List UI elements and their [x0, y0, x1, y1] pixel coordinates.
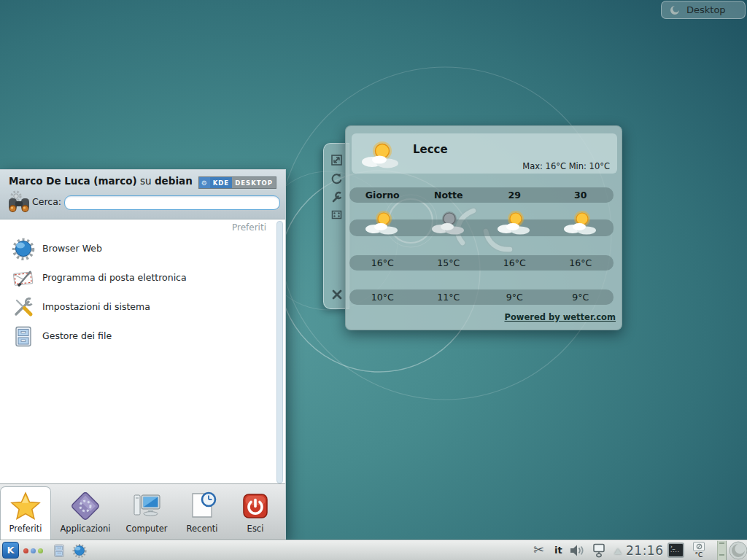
tab-label: Esci — [232, 524, 279, 534]
menu-item-label: Browser Web — [42, 234, 102, 263]
expand-tray-icon[interactable] — [614, 548, 622, 554]
badge-desktop-label: DESKTOP — [232, 177, 276, 188]
taskbar-panel: K ✂ it 21:16 ›_···· — [0, 540, 747, 560]
red-dot-icon[interactable] — [23, 548, 28, 553]
tab-computer[interactable]: Computer — [119, 487, 174, 541]
weather-column-headers: Giorno Notte 29 30 — [349, 187, 614, 203]
desktop-toolbox-label: Desktop — [686, 4, 726, 15]
user-separator: su — [137, 175, 155, 187]
weather-credit-link[interactable]: Powered by wetter.com — [504, 312, 616, 322]
tab-label: Computer — [119, 524, 174, 534]
tab-esci[interactable]: Esci — [232, 487, 279, 541]
desktop: Desktop — [0, 0, 747, 560]
menu-item-file-manager[interactable]: Gestore dei file — [0, 322, 276, 351]
menu-item-system-settings[interactable]: Impostazioni di sistema — [0, 292, 276, 322]
rotate-icon[interactable] — [330, 173, 343, 185]
weather-unit-icon — [693, 542, 705, 551]
green-dot-icon[interactable] — [38, 548, 43, 553]
weather-icon-moon-cloud — [431, 209, 466, 236]
kde-desktop-badge: ⚙ KDE DESKTOP — [198, 176, 276, 189]
night-temp: 9°C — [481, 292, 548, 303]
applications-diamond-icon — [69, 490, 101, 522]
keyboard-layout-indicator[interactable]: it — [554, 545, 562, 556]
web-browser-launcher-icon[interactable] — [72, 543, 87, 558]
weather-location: Lecce — [413, 143, 448, 156]
menu-item-label: Gestore dei file — [42, 322, 112, 351]
weather-icon-sun-cloud — [563, 209, 598, 236]
configure-wrench-icon[interactable] — [330, 191, 343, 203]
tab-label: Preferiti — [1, 524, 50, 534]
weather-header-panel: Lecce Max: 16°C Min: 10°C — [352, 133, 617, 174]
close-icon[interactable] — [330, 288, 344, 301]
weather-day-temps: 16°C 15°C 16°C 16°C — [349, 255, 614, 271]
kickoff-menu: Marco De Luca (marco) su debian ⚙ KDE DE… — [0, 169, 286, 540]
kickoff-user-title: Marco De Luca (marco) su debian — [9, 175, 193, 187]
terminal-tray-icon[interactable]: ›_···· — [667, 542, 684, 558]
sun-cloud-icon — [360, 139, 401, 170]
host-name: debian — [155, 175, 193, 187]
weather-icon-sun-cloud — [497, 209, 532, 236]
klipper-scissors-icon[interactable]: ✂ — [533, 542, 544, 557]
weather-col-label: 30 — [548, 190, 614, 201]
day-temp: 16°C — [349, 257, 416, 268]
night-temp: 9°C — [548, 292, 614, 303]
file-manager-launcher-icon[interactable] — [52, 543, 66, 558]
tab-applicazioni[interactable]: Applicazioni — [54, 487, 117, 541]
day-temp: 15°C — [416, 257, 482, 268]
search-input[interactable] — [64, 195, 280, 210]
blue-dot-icon[interactable] — [31, 548, 36, 553]
computer-icon — [131, 490, 163, 522]
desktop-toolbox[interactable]: Desktop — [661, 1, 746, 19]
tools-icon — [12, 295, 35, 319]
weather-night-temps: 10°C 11°C 9°C 9°C — [349, 289, 614, 305]
kde-logo-icon: K — [7, 545, 14, 555]
panel-cashew-icon[interactable] — [729, 541, 747, 560]
volume-icon[interactable] — [569, 545, 585, 556]
plasma-cashew-icon — [669, 4, 681, 16]
weather-col-label: Giorno — [349, 190, 416, 201]
tab-preferiti[interactable]: Preferiti — [0, 486, 51, 541]
badge-kde-label: KDE — [210, 177, 232, 188]
weather-col-label: 29 — [481, 190, 548, 201]
activities-grid-icon[interactable] — [330, 209, 343, 221]
temp-unit-label: °C — [690, 551, 708, 559]
day-temp: 16°C — [481, 257, 548, 268]
weather-icon-sun-cloud — [365, 209, 400, 236]
tab-recenti[interactable]: Recenti — [177, 487, 228, 541]
tab-label: Recenti — [177, 524, 228, 534]
resize-icon[interactable] — [330, 154, 343, 166]
panel-strip-widget[interactable] — [717, 540, 727, 560]
star-icon — [9, 490, 42, 522]
digital-clock[interactable]: 21:16 — [626, 543, 664, 558]
weather-tray-widget[interactable]: °C — [690, 542, 708, 559]
search-label: Cerca: — [32, 195, 61, 209]
weather-col-label: Notte — [416, 190, 482, 201]
weather-maxmin: Max: 16°C Min: 10°C — [522, 161, 610, 171]
kickoff-header: Marco De Luca (marco) su debian ⚙ KDE DE… — [0, 170, 285, 219]
mail-pen-icon — [12, 266, 35, 289]
power-icon — [239, 490, 271, 522]
globe-gear-icon — [12, 237, 35, 260]
menu-item-label: Programma di posta elettronica — [42, 263, 187, 292]
weather-widget: Lecce Max: 16°C Min: 10°C Giorno Notte 2… — [345, 125, 622, 330]
menu-item-label: Impostazioni di sistema — [42, 292, 150, 322]
kmenu-launcher-button[interactable]: K — [2, 542, 19, 559]
menu-item-browser-web[interactable]: Browser Web — [0, 234, 276, 263]
night-temp: 11°C — [416, 292, 482, 303]
network-monitor-icon[interactable] — [591, 543, 607, 558]
kickoff-tabbar: Preferiti Applicazioni — [0, 483, 285, 540]
menu-scrollbar[interactable] — [276, 221, 283, 483]
search-binoculars-icon — [6, 189, 32, 217]
category-label: Preferiti — [232, 222, 266, 233]
menu-item-email[interactable]: Programma di posta elettronica — [0, 263, 276, 292]
recent-document-clock-icon — [186, 490, 218, 522]
file-cabinet-icon — [12, 324, 35, 348]
night-temp: 10°C — [349, 292, 416, 303]
user-name: Marco De Luca (marco) — [9, 175, 137, 187]
tab-label: Applicazioni — [54, 524, 117, 534]
weather-icons-row — [349, 209, 614, 236]
kde-gear-icon: ⚙ — [199, 177, 210, 188]
day-temp: 16°C — [548, 257, 614, 268]
